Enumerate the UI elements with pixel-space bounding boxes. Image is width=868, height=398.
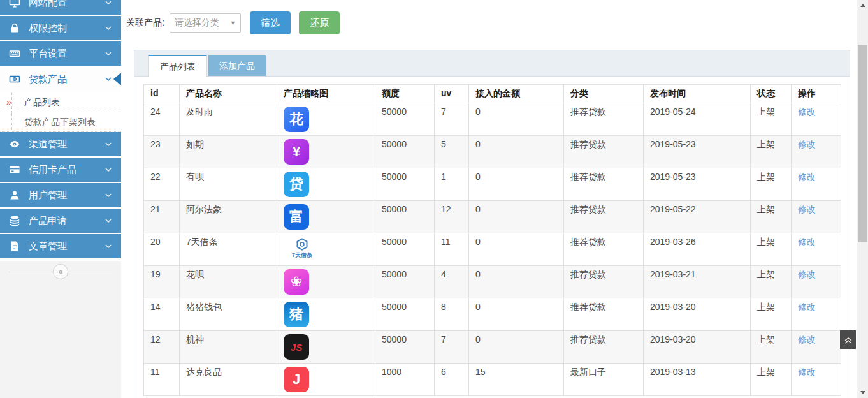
sidebar-item-platform-settings[interactable]: 平台设置	[0, 41, 121, 66]
sidebar-item-channel-management[interactable]: 渠道管理	[0, 132, 121, 156]
vertical-scrollbar[interactable]	[857, 0, 868, 398]
sidebar-item-label: 信用卡产品	[29, 164, 76, 176]
column-header: 状态	[751, 85, 792, 103]
sidebar-item-article-management[interactable]: 文章管理	[0, 234, 121, 258]
cell-amount: 0	[469, 298, 564, 331]
sidebar-item-site-config[interactable]: 网站配置	[0, 0, 121, 15]
cell-amount: 15	[469, 364, 564, 396]
sidebar-item-label: 网站配置	[29, 0, 67, 9]
edit-link[interactable]: 修改	[798, 204, 816, 214]
cell-id: 14	[144, 298, 180, 331]
cell-uv: 7	[435, 331, 469, 364]
cell-category: 推荐贷款	[564, 136, 644, 168]
sidebar-item-permission-control[interactable]: 权限控制	[0, 16, 121, 40]
cell-action: 修改	[792, 136, 841, 168]
sidebar-item-label: 渠道管理	[29, 138, 67, 151]
cell-id: 21	[144, 201, 180, 233]
cell-product-name: 机神	[180, 331, 277, 364]
cell-category: 推荐贷款	[564, 201, 644, 233]
edit-link[interactable]: 修改	[798, 237, 816, 247]
cell-uv: 1	[435, 168, 469, 201]
filter-button[interactable]: 筛选	[250, 11, 291, 34]
cell-product-name: 及时雨	[180, 103, 277, 136]
thumbnail-logo-text: 7天借条	[292, 251, 312, 260]
products-table: id产品名称产品缩略图额度uv接入的金额分类发布时间状态操作 24及时雨花500…	[143, 84, 841, 396]
cell-quota: 50000	[375, 331, 435, 364]
reset-button[interactable]: 还原	[299, 11, 340, 34]
collapse-icon: «	[59, 267, 63, 276]
table-row: 19花呗❀5000040推荐贷款2019-03-21上架修改	[144, 266, 841, 298]
category-select-value: 请选择分类	[175, 17, 219, 29]
column-header: 额度	[375, 85, 435, 103]
sidebar-item-label: 平台设置	[29, 48, 67, 60]
sidebar-subitem-product-list[interactable]: »产品列表	[0, 92, 121, 112]
cell-id: 19	[144, 266, 180, 298]
cell-status: 上架	[751, 103, 792, 136]
sidebar-menu: 网站配置权限控制平台设置贷款产品»产品列表贷款产品下架列表渠道管理信用卡产品用户…	[0, 0, 121, 260]
cell-quota: 50000	[375, 201, 435, 233]
cell-quota: 1000	[375, 364, 435, 396]
product-thumbnail-icon: 7天借条	[284, 237, 321, 260]
cell-status: 上架	[751, 233, 792, 266]
cell-status: 上架	[751, 364, 792, 396]
filter-bar: 关联产品: 请选择分类 ▼ 筛选 还原	[126, 0, 340, 46]
cell-action: 修改	[792, 168, 841, 201]
keyboard-icon	[9, 48, 20, 59]
column-header: id	[144, 85, 180, 103]
sidebar-item-credit-card-products[interactable]: 信用卡产品	[0, 158, 121, 182]
database-icon	[9, 215, 20, 226]
sidebar-item-user-management[interactable]: 用户管理	[0, 183, 121, 207]
tab-product-list[interactable]: 产品列表	[148, 55, 207, 77]
table-row: 14猪猪钱包猪5000080推荐贷款2019-03-20上架修改	[144, 298, 841, 331]
category-select[interactable]: 请选择分类 ▼	[170, 13, 241, 33]
back-to-top-button[interactable]	[840, 330, 856, 349]
edit-link[interactable]: 修改	[798, 269, 816, 279]
lock-icon	[9, 22, 20, 34]
tab-add-product[interactable]: 添加产品	[208, 55, 266, 76]
cell-product-name: 花呗	[180, 266, 277, 298]
scroll-down-arrow-icon[interactable]	[860, 391, 865, 394]
sidebar: 网站配置权限控制平台设置贷款产品»产品列表贷款产品下架列表渠道管理信用卡产品用户…	[0, 0, 121, 398]
cell-action: 修改	[792, 266, 841, 298]
table-header-row: id产品名称产品缩略图额度uv接入的金额分类发布时间状态操作	[144, 85, 841, 103]
edit-link[interactable]: 修改	[798, 107, 816, 117]
cell-thumbnail: 猪	[277, 298, 375, 331]
edit-link[interactable]: 修改	[798, 139, 816, 149]
column-header: 接入的金额	[469, 85, 564, 103]
cell-amount: 0	[469, 233, 564, 266]
sidebar-footer: «	[0, 261, 121, 398]
cell-product-name: 7天借条	[180, 233, 277, 266]
cell-id: 23	[144, 136, 180, 168]
active-submenu-marker-icon: »	[6, 92, 11, 112]
sidebar-item-label: 产品申请	[29, 215, 67, 227]
cell-publish-date: 2019-03-20	[644, 331, 751, 364]
cell-uv: 5	[435, 136, 469, 168]
main-panel: 产品列表 添加产品 id产品名称产品缩略图额度uv接入的金额分类发布时间状态操作…	[134, 50, 850, 398]
chevron-down-icon	[105, 50, 112, 57]
cell-id: 11	[144, 364, 180, 396]
cell-category: 推荐贷款	[564, 331, 644, 364]
scroll-up-arrow-icon[interactable]	[860, 4, 865, 7]
edit-link[interactable]: 修改	[798, 172, 816, 182]
sidebar-item-loan-products[interactable]: 贷款产品	[0, 67, 121, 91]
table-row: 22有呗贷5000010推荐贷款2019-05-23上架修改	[144, 168, 841, 201]
edit-link[interactable]: 修改	[798, 302, 816, 312]
cell-publish-date: 2019-03-21	[644, 266, 751, 298]
table-row: 21阿尔法象富50000120推荐贷款2019-05-22上架修改	[144, 201, 841, 233]
product-thumbnail-icon: 富	[284, 204, 309, 230]
cell-uv: 7	[435, 103, 469, 136]
sidebar-subitem-loan-products-offline[interactable]: 贷款产品下架列表	[0, 112, 121, 132]
cell-product-name: 猪猪钱包	[180, 298, 277, 331]
cell-quota: 50000	[375, 233, 435, 266]
edit-link[interactable]: 修改	[798, 367, 816, 377]
cell-thumbnail: 贷	[277, 168, 375, 201]
monitor-icon	[9, 0, 20, 8]
cell-publish-date: 2019-05-22	[644, 201, 751, 233]
edit-link[interactable]: 修改	[798, 334, 816, 344]
cell-publish-date: 2019-05-24	[644, 103, 751, 136]
sidebar-item-label: 贷款产品	[29, 73, 67, 85]
cell-product-name: 如期	[180, 136, 277, 168]
sidebar-collapse-button[interactable]: «	[53, 264, 68, 279]
scrollbar-thumb[interactable]	[858, 45, 867, 242]
sidebar-item-product-applications[interactable]: 产品申请	[0, 209, 121, 233]
